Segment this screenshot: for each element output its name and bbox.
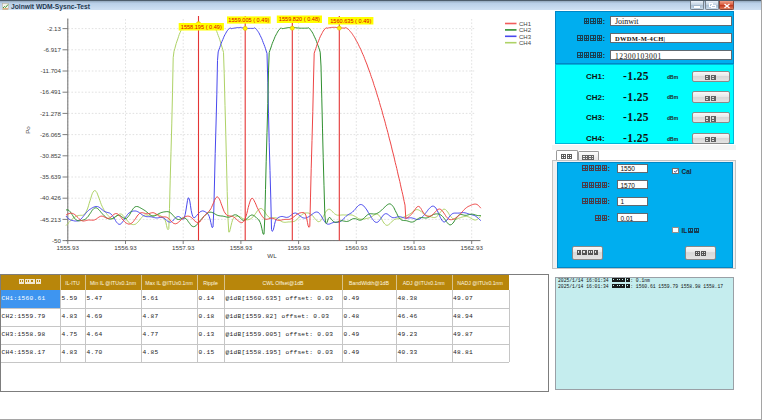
svg-text:CH2: CH2 — [519, 27, 532, 33]
svg-text:-2.13: -2.13 — [47, 25, 62, 32]
svg-text:CH4: CH4 — [519, 40, 532, 46]
svg-text:1557.93: 1557.93 — [172, 244, 195, 251]
svg-text:-26.065: -26.065 — [40, 131, 62, 138]
svg-text:WL: WL — [267, 252, 277, 259]
svg-text:-45.213: -45.213 — [40, 216, 62, 223]
svg-text:-21.278: -21.278 — [40, 110, 62, 117]
svg-text:1562.93: 1562.93 — [461, 244, 484, 251]
svg-text:1556.93: 1556.93 — [114, 244, 137, 251]
svg-text:1555.93: 1555.93 — [57, 244, 80, 251]
svg-text:1560.93: 1560.93 — [345, 244, 368, 251]
svg-text:-6.917: -6.917 — [43, 46, 61, 53]
svg-text:CH1: CH1 — [519, 21, 532, 27]
svg-text:1558.93: 1558.93 — [230, 244, 253, 251]
svg-text:1560.635 ( 0.49): 1560.635 ( 0.49) — [330, 18, 371, 24]
svg-text:-11.704: -11.704 — [40, 67, 61, 74]
svg-text:1559.820 ( 0.48): 1559.820 ( 0.48) — [279, 16, 320, 22]
svg-text:-30.852: -30.852 — [40, 152, 62, 159]
svg-text:1558.195 ( 0.49): 1558.195 ( 0.49) — [181, 24, 222, 30]
svg-text:1561.93: 1561.93 — [403, 244, 426, 251]
svg-text:Po: Po — [24, 126, 31, 134]
svg-text:1559.93: 1559.93 — [287, 244, 310, 251]
svg-text:-40.426: -40.426 — [40, 194, 62, 201]
svg-text:-16.491: -16.491 — [40, 88, 62, 95]
svg-text:-35.639: -35.639 — [40, 173, 62, 180]
svg-text:1559.005 ( 0.49): 1559.005 ( 0.49) — [228, 17, 269, 23]
svg-text:CH3: CH3 — [519, 34, 532, 40]
